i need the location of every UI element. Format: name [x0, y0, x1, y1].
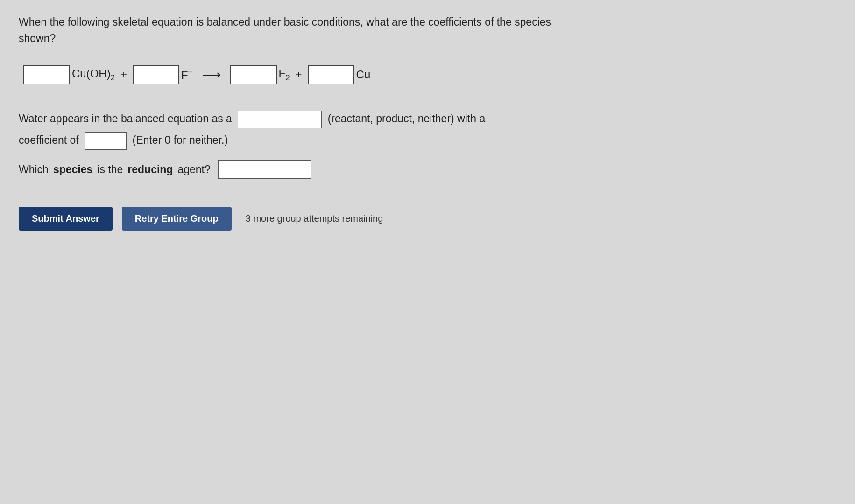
water-coeff-prefix: coefficient of [19, 134, 79, 146]
submit-answer-button[interactable]: Submit Answer [19, 207, 113, 231]
term-cu: Cu [308, 65, 371, 84]
plus-1: + [120, 68, 127, 81]
coeff-f-minus-input[interactable] [133, 65, 179, 84]
water-coeff-suffix: (Enter 0 for neither.) [133, 134, 228, 146]
water-prefix: Water appears in the balanced equation a… [19, 112, 232, 125]
term-f2: F2 [230, 65, 290, 84]
coeff-cu-oh-2-input[interactable] [23, 65, 70, 84]
question-body: When the following skeletal equation is … [19, 16, 551, 44]
reaction-arrow: ⟶ [202, 67, 221, 83]
equation-row: Cu(OH)2 + F− ⟶ F2 + Cu [19, 65, 836, 84]
term-cu-oh-2: Cu(OH)2 [23, 65, 115, 84]
buttons-row: Submit Answer Retry Entire Group 3 more … [19, 207, 836, 231]
reducing-label-species: species [53, 163, 92, 176]
species-cu-label: Cu [356, 68, 371, 81]
reducing-label-2: is the [97, 163, 123, 176]
reducing-label-1: Which [19, 163, 49, 176]
reducing-label-bold: reducing [127, 163, 173, 176]
page-container: When the following skeletal equation is … [0, 0, 855, 504]
question-text: When the following skeletal equation is … [19, 14, 579, 46]
species-f2-label: F2 [279, 67, 290, 83]
plus-2: + [296, 68, 302, 81]
reducing-agent-row: Which species is the reducing agent? [19, 160, 836, 179]
reducing-agent-input[interactable] [218, 160, 311, 179]
species-cu-oh-2-label: Cu(OH)2 [72, 67, 115, 83]
coeff-f2-input[interactable] [230, 65, 277, 84]
species-f-minus-label: F− [181, 68, 192, 82]
water-suffix: (reactant, product, neither) with a [328, 112, 486, 125]
coeff-cu-input[interactable] [308, 65, 354, 84]
water-coeff-input[interactable] [85, 132, 127, 150]
attempts-remaining-text: 3 more group attempts remaining [246, 213, 383, 224]
term-f-minus: F− [133, 65, 192, 84]
reducing-label-3: agent? [177, 163, 210, 176]
water-row: Water appears in the balanced equation a… [19, 108, 579, 151]
water-role-input[interactable] [238, 111, 322, 128]
retry-entire-group-button[interactable]: Retry Entire Group [122, 207, 232, 231]
